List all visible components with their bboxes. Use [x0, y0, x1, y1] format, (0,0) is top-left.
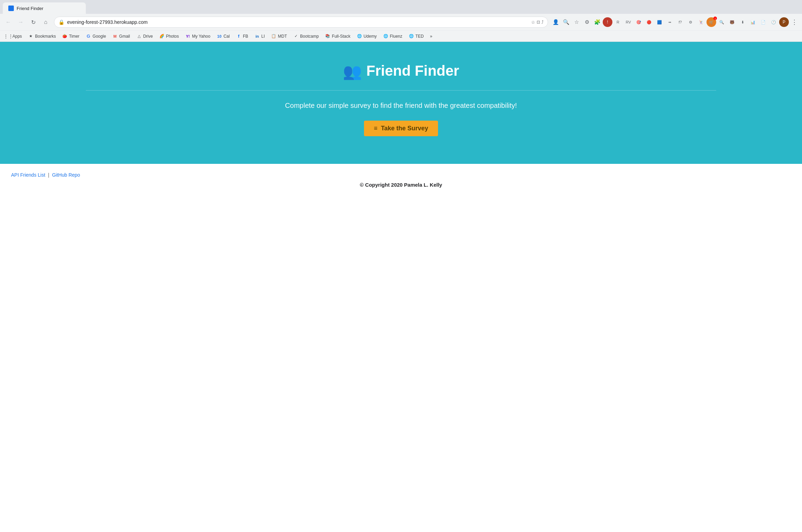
- bookmark-google-label: Google: [93, 34, 106, 39]
- ext10-icon[interactable]: 🃏: [696, 17, 706, 27]
- bookmark-star-icon[interactable]: ☆: [572, 17, 581, 27]
- home-icon: ⌂: [44, 19, 47, 25]
- bookmark-cal-label: Cal: [224, 34, 230, 39]
- ext1-icon[interactable]: !: [603, 17, 612, 27]
- ext3-icon[interactable]: RV: [623, 17, 633, 27]
- ext8-icon[interactable]: f?: [675, 17, 685, 27]
- fullstack-icon: 📚: [325, 34, 330, 39]
- list-icon: ≡: [374, 125, 377, 132]
- survey-button-label: Take the Survey: [381, 125, 428, 132]
- gmail-icon: M: [112, 34, 118, 39]
- ext15-icon[interactable]: 📊: [748, 17, 758, 27]
- tab-favicon: [8, 6, 14, 11]
- bookmark-cal[interactable]: 10 Cal: [214, 32, 233, 40]
- tab-bar: Friend Finder: [0, 0, 802, 14]
- back-button[interactable]: ←: [3, 17, 14, 28]
- settings-icon[interactable]: ⚙: [582, 17, 592, 27]
- ext6-icon[interactable]: 🟦: [655, 17, 664, 27]
- bookmark-fluenz-label: Fluenz: [390, 34, 402, 39]
- ext9-icon[interactable]: ⚙: [686, 17, 695, 27]
- bootcamp-icon: ✓: [293, 34, 299, 39]
- github-repo-link[interactable]: GitHub Repo: [52, 172, 80, 178]
- profile-avatar[interactable]: P: [779, 17, 789, 27]
- home-button[interactable]: ⌂: [40, 17, 51, 28]
- li-icon: in: [254, 34, 260, 39]
- ext16-icon[interactable]: 📄: [758, 17, 768, 27]
- bookmark-bookmarks-label: Bookmarks: [35, 34, 56, 39]
- bookmark-apps[interactable]: ⋮⋮ Apps: [3, 32, 25, 40]
- more-button[interactable]: ⋮: [790, 17, 799, 27]
- address-icons: ☆ ⊡ ⤴: [531, 20, 544, 25]
- bookmarks-icon: ★: [28, 34, 34, 39]
- bookmark-timer-label: Timer: [69, 34, 79, 39]
- pip-icon[interactable]: ⊡: [537, 20, 540, 25]
- bookmark-fluenz[interactable]: 🌐 Fluenz: [380, 32, 405, 40]
- mdt-icon: 📋: [271, 34, 276, 39]
- bookmark-photos[interactable]: 🌈 Photos: [156, 32, 182, 40]
- bookmark-bootcamp[interactable]: ✓ Bootcamp: [290, 32, 321, 40]
- ext4-icon[interactable]: 🎯: [634, 17, 644, 27]
- bookmark-google[interactable]: G Google: [83, 32, 109, 40]
- clock-icon[interactable]: 🕐: [769, 17, 778, 27]
- bookmark-ted[interactable]: 🌐 TED: [406, 32, 427, 40]
- toolbar-icons: 👤 🔍 ☆ ⚙ 🧩 ! R RV 🎯 🔴 🟦 •• f? ⚙ 🃏 🛒 1 🔍 🐻…: [551, 17, 799, 27]
- account-icon[interactable]: 👤: [551, 17, 561, 27]
- active-tab[interactable]: Friend Finder: [3, 2, 86, 14]
- bookmark-fb[interactable]: f FB: [233, 32, 251, 40]
- url-display: evening-forest-27993.herokuapp.com: [67, 19, 528, 25]
- bookmark-more[interactable]: »: [427, 33, 435, 40]
- reload-icon: ↻: [31, 19, 36, 26]
- bookmark-gmail[interactable]: M Gmail: [109, 32, 133, 40]
- ext7-icon[interactable]: ••: [665, 17, 675, 27]
- ted-icon: 🌐: [409, 34, 414, 39]
- browser-chrome: Friend Finder ← → ↻ ⌂ 🔒 evening-forest-2…: [0, 0, 802, 42]
- bookmark-apps-label: Apps: [12, 34, 22, 39]
- hero-title: Friend Finder: [366, 63, 459, 79]
- lock-icon: 🔒: [58, 19, 64, 25]
- ext14-icon[interactable]: ⬇: [738, 17, 747, 27]
- ext2-icon[interactable]: R: [613, 17, 623, 27]
- ext12-icon[interactable]: 🔍: [717, 17, 727, 27]
- bookmark-yahoo-label: My Yahoo: [192, 34, 210, 39]
- udemy-icon: 🌐: [357, 34, 362, 39]
- bookmark-fullstack-label: Full-Stack: [332, 34, 350, 39]
- take-survey-button[interactable]: ≡ Take the Survey: [364, 121, 438, 136]
- bookmark-yahoo[interactable]: Y! My Yahoo: [182, 32, 213, 40]
- ext11-icon[interactable]: 🛒 1: [707, 17, 716, 27]
- bookmark-more-label: »: [430, 34, 432, 39]
- footer-links: API Friends List | GitHub Repo: [11, 172, 791, 178]
- bookmark-fullstack[interactable]: 📚 Full-Stack: [322, 32, 353, 40]
- fluenz-icon: 🌐: [383, 34, 389, 39]
- people-icon: [343, 63, 361, 79]
- footer-separator: |: [48, 172, 49, 178]
- page-hero: Friend Finder Complete our simple survey…: [0, 42, 802, 164]
- api-friends-link[interactable]: API Friends List: [11, 172, 45, 178]
- bookmark-li[interactable]: in LI: [252, 32, 267, 40]
- reload-button[interactable]: ↻: [28, 17, 39, 28]
- forward-button[interactable]: →: [15, 17, 26, 28]
- yahoo-icon: Y!: [185, 34, 191, 39]
- ext5-icon[interactable]: 🔴: [644, 17, 654, 27]
- bookmark-mdt-label: MDT: [278, 34, 287, 39]
- fb-icon: f: [236, 34, 241, 39]
- bookmark-drive[interactable]: △ Drive: [134, 32, 156, 40]
- magnify-icon[interactable]: 🔍: [561, 17, 571, 27]
- share-icon[interactable]: ⤴: [541, 20, 544, 25]
- copyright-text: © Copyright 2020 Pamela L. Kelly: [11, 182, 791, 188]
- address-bar[interactable]: 🔒 evening-forest-27993.herokuapp.com ☆ ⊡…: [54, 17, 548, 28]
- bookmark-udemy[interactable]: 🌐 Udemy: [354, 32, 380, 40]
- bookmark-mdt[interactable]: 📋 MDT: [268, 32, 290, 40]
- timer-icon: 🍅: [62, 34, 67, 39]
- forward-icon: →: [18, 19, 24, 25]
- bookmark-li-label: LI: [261, 34, 265, 39]
- bookmark-bookmarks[interactable]: ★ Bookmarks: [25, 32, 58, 40]
- hero-title-group: Friend Finder: [343, 63, 459, 79]
- back-icon: ←: [6, 19, 11, 25]
- ext13-icon[interactable]: 🐻: [727, 17, 737, 27]
- apps-icon: ⋮⋮: [6, 34, 11, 39]
- drive-icon: △: [136, 34, 142, 39]
- bookmark-timer[interactable]: 🍅 Timer: [59, 32, 82, 40]
- photos-icon: 🌈: [159, 34, 165, 39]
- puzzle-icon[interactable]: 🧩: [592, 17, 602, 27]
- star-icon[interactable]: ☆: [531, 20, 535, 25]
